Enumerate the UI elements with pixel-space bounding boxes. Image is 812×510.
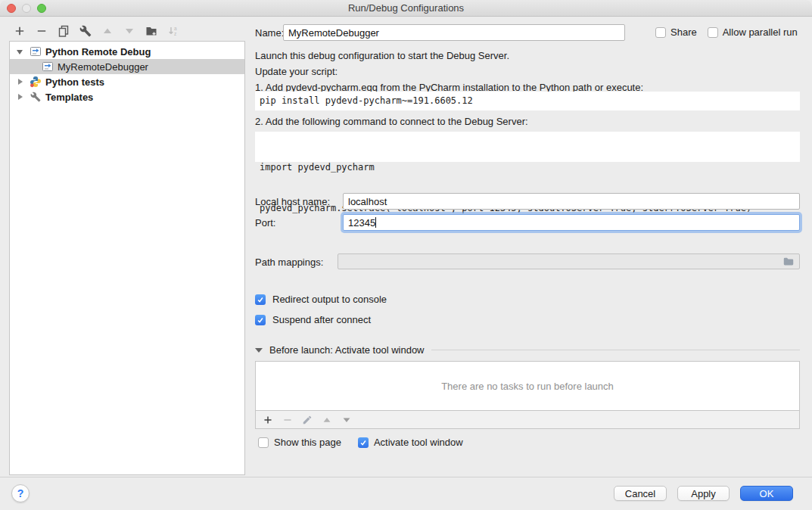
tree-item-label: Python Remote Debug: [45, 46, 151, 58]
copy-configuration-button[interactable]: [58, 25, 70, 37]
tree-toolbar: az: [14, 23, 179, 39]
instruction-step-2: 2. Add the following command to connect …: [255, 116, 528, 127]
activate-tool-window-checkbox[interactable]: [358, 437, 369, 448]
minus-icon: [36, 25, 48, 37]
question-mark-icon: ?: [17, 487, 24, 499]
port-input[interactable]: 12345: [343, 214, 800, 231]
new-folder-icon: [145, 25, 157, 37]
check-icon: [359, 439, 367, 446]
minimize-window-button[interactable]: [22, 4, 31, 13]
suspend-after-connect-checkbox[interactable]: [255, 315, 266, 325]
zoom-window-button[interactable]: [37, 4, 46, 13]
path-mappings-input[interactable]: [338, 253, 800, 269]
tree-item-label: Python tests: [45, 76, 104, 88]
collapse-before-launch-icon[interactable]: [255, 348, 263, 353]
tree-item-myremotedebugger[interactable]: MyRemoteDebugger: [10, 59, 244, 74]
tree-item-python-remote-debug[interactable]: Python Remote Debug: [10, 44, 244, 59]
name-input[interactable]: [283, 24, 625, 41]
tree-item-label: MyRemoteDebugger: [58, 61, 148, 73]
remove-task-button[interactable]: [282, 415, 293, 425]
before-launch-tasks-list[interactable]: There are no tasks to run before launch: [255, 361, 800, 411]
tree-item-python-tests[interactable]: Python tests: [10, 74, 244, 89]
ok-button[interactable]: OK: [740, 486, 793, 501]
help-button[interactable]: ?: [11, 484, 30, 502]
settrace-code[interactable]: import pydevd_pycharm pydevd_pycharm.set…: [255, 132, 800, 162]
browse-folder-icon[interactable]: [782, 256, 795, 268]
configurations-tree: Python Remote Debug MyRemoteDebugger Pyt…: [9, 41, 245, 475]
plus-icon: [263, 415, 273, 425]
suspend-after-connect-label: Suspend after connect: [272, 314, 371, 325]
check-icon: [257, 296, 264, 303]
python-tests-icon: [30, 76, 42, 88]
sort-alphabetically-icon: az: [167, 25, 179, 37]
local-host-name-input[interactable]: [343, 193, 800, 210]
pip-install-code[interactable]: pip install pydevd-pycharm~=191.6605.12: [255, 92, 800, 110]
minus-icon: [282, 415, 293, 425]
titlebar: Run/Debug Configurations: [0, 0, 812, 17]
move-task-down-button[interactable]: [341, 415, 352, 425]
separator-line: [431, 350, 800, 350]
allow-parallel-run-label: Allow parallel run: [723, 26, 798, 38]
pencil-icon: [302, 415, 313, 425]
plus-icon: [14, 25, 26, 37]
port-value: 12345: [348, 217, 375, 229]
chevron-right-icon[interactable]: [17, 79, 23, 86]
traffic-lights: [7, 4, 46, 13]
move-up-button[interactable]: [101, 25, 114, 37]
add-task-button[interactable]: [263, 415, 273, 425]
add-configuration-button[interactable]: [14, 25, 26, 37]
create-folder-button[interactable]: [145, 25, 157, 37]
path-mappings-label: Path mappings:: [255, 257, 323, 268]
remove-configuration-button[interactable]: [36, 25, 48, 37]
copy-icon: [58, 25, 70, 37]
cancel-button[interactable]: Cancel: [614, 486, 667, 501]
instruction-line-1: Launch this debug configuration to start…: [255, 50, 509, 61]
activate-tool-window-label: Activate tool window: [374, 437, 463, 448]
chevron-right-icon[interactable]: [17, 94, 23, 101]
redirect-output-label: Redirect output to console: [272, 294, 387, 305]
svg-text:z: z: [174, 31, 176, 36]
close-window-button[interactable]: [7, 4, 16, 13]
settrace-code-line-1: import pydevd_pycharm: [260, 160, 795, 174]
move-down-button[interactable]: [123, 25, 135, 37]
chevron-down-icon[interactable]: [17, 48, 23, 55]
show-this-page-label: Show this page: [274, 437, 341, 448]
empty-tasks-message: There are no tasks to run before launch: [441, 381, 614, 392]
arrow-down-icon: [341, 415, 352, 425]
allow-parallel-run-checkbox[interactable]: [708, 27, 718, 38]
local-host-name-label: Local host name:: [255, 196, 330, 207]
remote-debug-icon: [30, 45, 42, 58]
arrow-up-icon: [322, 415, 332, 425]
before-launch-header: Before launch: Activate tool window: [269, 344, 425, 356]
edit-task-button[interactable]: [302, 415, 313, 425]
share-checkbox[interactable]: [655, 27, 666, 38]
instruction-line-2: Update your script:: [255, 66, 338, 77]
wrench-icon: [30, 91, 42, 103]
show-this-page-checkbox[interactable]: [258, 437, 269, 448]
edit-templates-button[interactable]: [79, 25, 92, 37]
apply-button[interactable]: Apply: [677, 486, 730, 501]
tree-item-templates[interactable]: Templates: [10, 89, 244, 104]
arrow-down-icon: [123, 25, 135, 37]
name-label: Name:: [255, 27, 284, 39]
arrow-up-icon: [101, 25, 114, 37]
port-label: Port:: [255, 217, 275, 229]
tree-item-label: Templates: [45, 92, 93, 103]
wrench-icon: [79, 25, 92, 37]
text-cursor: [375, 217, 376, 228]
share-label: Share: [670, 26, 697, 38]
move-task-up-button[interactable]: [322, 415, 332, 425]
tasks-toolbar: [255, 411, 800, 429]
sort-configurations-button[interactable]: az: [167, 25, 179, 37]
window-title: Run/Debug Configurations: [0, 0, 812, 16]
dialog-footer: ? Cancel Apply OK: [0, 477, 812, 510]
check-icon: [257, 316, 264, 324]
redirect-output-checkbox[interactable]: [255, 294, 266, 305]
remote-debug-icon: [42, 61, 54, 73]
